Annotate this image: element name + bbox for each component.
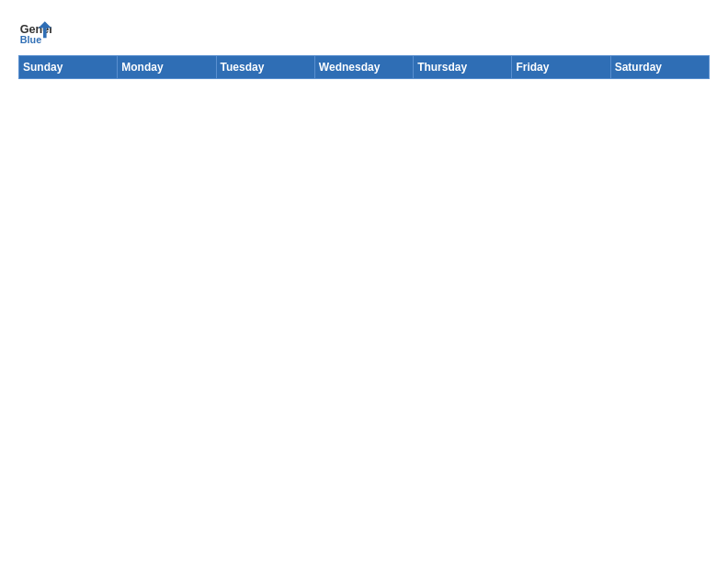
logo: General Blue: [18, 15, 51, 48]
day-header-friday: Friday: [512, 56, 610, 79]
day-header-saturday: Saturday: [610, 56, 709, 79]
svg-text:Blue: Blue: [20, 34, 41, 45]
day-header-tuesday: Tuesday: [216, 56, 314, 79]
logo-icon: General Blue: [18, 15, 51, 48]
calendar-header-row: SundayMondayTuesdayWednesdayThursdayFrid…: [19, 56, 710, 79]
day-header-wednesday: Wednesday: [314, 56, 413, 79]
day-header-monday: Monday: [118, 56, 216, 79]
day-header-sunday: Sunday: [19, 56, 118, 79]
day-header-thursday: Thursday: [414, 56, 512, 79]
page: General Blue SundayMondayTuesdayWednesda…: [0, 0, 728, 563]
header: General Blue: [18, 15, 710, 48]
calendar-table: SundayMondayTuesdayWednesdayThursdayFrid…: [18, 55, 710, 554]
